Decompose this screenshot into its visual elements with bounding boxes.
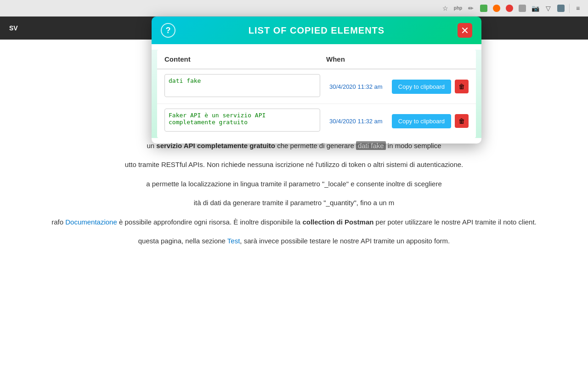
column-header-content: Content	[164, 55, 326, 63]
clipboard-modal: ? LIST OF COPIED ELEMENTS Content When d…	[152, 17, 481, 144]
browser-toolbar: ☆ php ✏ 📷 ▽ ≡	[0, 0, 588, 17]
camera-icon[interactable]: 📷	[531, 4, 540, 13]
delete-button-1[interactable]	[455, 80, 469, 93]
row-when-1: 30/4/2020 11:32 am	[324, 83, 388, 90]
media-icon[interactable]: ≡	[573, 4, 582, 13]
copy-to-clipboard-button-1[interactable]: Copy to clipboard	[392, 80, 451, 94]
table-header: Content When	[157, 50, 476, 69]
content-textarea-1[interactable]: dati fake	[164, 74, 320, 97]
star-icon[interactable]: ☆	[441, 4, 450, 13]
red-circle-icon[interactable]	[505, 4, 514, 13]
modal-body: Content When dati fake 30/4/2020 11:32 a…	[152, 50, 481, 138]
copy-to-clipboard-button-2[interactable]: Copy to clipboard	[392, 114, 451, 128]
para3: a permette la localizzazione in lingua t…	[37, 178, 551, 190]
para6: questa pagina, nella sezione Test, sarà …	[37, 235, 551, 247]
table-row: dati fake 30/4/2020 11:32 am Copy to cli…	[157, 69, 476, 104]
php-icon[interactable]: php	[453, 4, 463, 13]
delete-button-2[interactable]	[455, 114, 469, 128]
dropdown-icon[interactable]: ▽	[543, 4, 553, 13]
pen-icon[interactable]: ✏	[466, 4, 475, 13]
table-row: Faker API è un servizio API completament…	[157, 104, 476, 138]
extension3-icon[interactable]	[556, 4, 565, 13]
nav-text: SV	[9, 24, 18, 32]
row-content-1: dati fake	[164, 74, 320, 99]
row-content-2: Faker API è un servizio API completament…	[164, 109, 320, 133]
documentazione-link[interactable]: Documentazione	[65, 218, 117, 226]
test-link[interactable]: Test	[227, 237, 240, 245]
extension2-icon[interactable]	[518, 4, 527, 13]
content-textarea-2[interactable]: Faker API è un servizio API completament…	[164, 109, 320, 132]
modal-close-button[interactable]	[458, 23, 472, 38]
modal-title: LIST OF COPIED ELEMENTS	[175, 25, 458, 36]
help-button[interactable]: ?	[161, 23, 175, 38]
para2: utto tramite RESTful APIs. Non richiede …	[37, 159, 551, 171]
column-header-when: When	[326, 55, 400, 63]
modal-header: ? LIST OF COPIED ELEMENTS	[152, 17, 481, 44]
firefox-icon[interactable]	[492, 4, 501, 13]
para4: ità di dati da generare tramite il param…	[37, 197, 551, 209]
toolbar-divider	[569, 4, 570, 13]
row-when-2: 30/4/2020 11:32 am	[324, 118, 388, 125]
para5: rafo Documentazione è possibile approfon…	[37, 216, 551, 228]
extension1-icon[interactable]	[479, 4, 488, 13]
